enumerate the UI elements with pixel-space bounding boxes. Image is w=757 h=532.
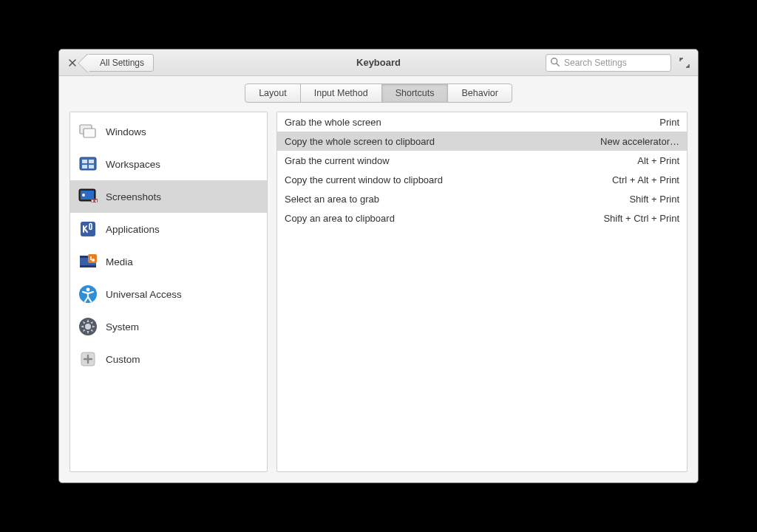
category-sidebar: WindowsWorkspacesScreenshotsApplications… bbox=[69, 112, 268, 472]
tab-label: Shortcuts bbox=[396, 88, 435, 98]
shortcut-accelerator: Print bbox=[659, 117, 679, 128]
shortcut-row[interactable]: Select an area to grabShift + Print bbox=[277, 189, 687, 208]
svg-rect-17 bbox=[88, 254, 97, 263]
sidebar-item-label: System bbox=[106, 321, 139, 332]
sidebar-item-universal-access[interactable]: Universal Access bbox=[70, 278, 267, 310]
shortcut-row[interactable]: Grab the current windowAlt + Print bbox=[277, 151, 687, 170]
svg-point-20 bbox=[86, 288, 90, 292]
svg-rect-7 bbox=[82, 165, 87, 168]
shortcut-label: Copy the whole screen to clipboard bbox=[285, 136, 600, 147]
system-icon bbox=[78, 316, 98, 337]
back-label: All Settings bbox=[100, 58, 144, 68]
shortcut-label: Grab the whole screen bbox=[285, 117, 659, 128]
svg-rect-3 bbox=[84, 129, 95, 137]
screenshots-icon bbox=[78, 186, 98, 207]
shortcut-accelerator: New accelerator… bbox=[600, 136, 679, 147]
media-icon bbox=[78, 251, 98, 272]
shortcut-label: Copy an area to clipboard bbox=[285, 213, 603, 224]
tab-label: Behavior bbox=[461, 88, 498, 98]
shortcut-label: Select an area to grab bbox=[285, 194, 629, 205]
search-input[interactable] bbox=[546, 54, 671, 72]
maximize-icon bbox=[679, 58, 690, 68]
sidebar-item-label: Applications bbox=[106, 224, 160, 235]
sidebar-item-label: Custom bbox=[106, 354, 140, 365]
search-icon bbox=[550, 57, 560, 69]
custom-icon bbox=[78, 349, 98, 369]
shortcut-row[interactable]: Grab the whole screenPrint bbox=[277, 112, 687, 132]
settings-window: All Settings Keyboard LayoutInput Method… bbox=[58, 49, 699, 483]
shortcut-accelerator: Shift + Ctrl + Print bbox=[603, 213, 679, 224]
windows-icon bbox=[78, 121, 98, 142]
shortcut-row[interactable]: Copy the current window to clipboardCtrl… bbox=[277, 170, 687, 189]
sidebar-item-label: Universal Access bbox=[106, 289, 182, 300]
svg-rect-8 bbox=[89, 165, 94, 168]
tab-label: Layout bbox=[259, 88, 287, 98]
maximize-button[interactable] bbox=[676, 54, 693, 72]
tabstrip: LayoutInput MethodShortcutsBehavior bbox=[59, 76, 698, 112]
svg-rect-16 bbox=[80, 265, 96, 267]
sidebar-item-media[interactable]: Media bbox=[70, 245, 267, 278]
sidebar-item-system[interactable]: System bbox=[70, 310, 267, 343]
shortcut-accelerator: Alt + Print bbox=[637, 155, 679, 166]
shortcut-row[interactable]: Copy an area to clipboardShift + Ctrl + … bbox=[277, 208, 687, 228]
sidebar-item-windows[interactable]: Windows bbox=[70, 115, 267, 148]
sidebar-item-label: Windows bbox=[106, 126, 146, 137]
shortcut-label: Copy the current window to clipboard bbox=[285, 174, 612, 185]
shortcut-row[interactable]: Copy the whole screen to clipboardNew ac… bbox=[277, 132, 687, 151]
applications-icon bbox=[78, 219, 98, 239]
shortcut-label: Grab the current window bbox=[285, 155, 637, 166]
close-icon bbox=[68, 58, 77, 67]
tab-shortcuts[interactable]: Shortcuts bbox=[381, 83, 449, 103]
body: WindowsWorkspacesScreenshotsApplications… bbox=[59, 112, 698, 482]
shortcut-list: Grab the whole screenPrintCopy the whole… bbox=[276, 112, 688, 472]
svg-rect-5 bbox=[82, 160, 87, 163]
sidebar-item-applications[interactable]: Applications bbox=[70, 213, 267, 245]
shortcut-accelerator: Ctrl + Alt + Print bbox=[612, 174, 679, 185]
sidebar-item-workspaces[interactable]: Workspaces bbox=[70, 148, 267, 180]
svg-rect-6 bbox=[89, 160, 94, 163]
tab-layout[interactable]: Layout bbox=[245, 83, 301, 103]
search-field-wrap bbox=[546, 54, 671, 72]
tab-behavior[interactable]: Behavior bbox=[447, 83, 512, 103]
tab-input-method[interactable]: Input Method bbox=[300, 83, 382, 103]
shortcut-accelerator: Shift + Print bbox=[629, 194, 679, 205]
sidebar-item-label: Screenshots bbox=[106, 191, 161, 202]
svg-point-11 bbox=[82, 194, 85, 197]
sidebar-item-label: Media bbox=[106, 256, 133, 267]
svg-point-18 bbox=[92, 259, 95, 262]
svg-line-1 bbox=[557, 63, 559, 65]
headerbar: All Settings Keyboard bbox=[59, 50, 698, 76]
workspaces-icon bbox=[78, 154, 98, 174]
sidebar-item-screenshots[interactable]: Screenshots bbox=[70, 180, 267, 213]
universal-access-icon bbox=[78, 284, 98, 304]
sidebar-item-custom[interactable]: Custom bbox=[70, 343, 267, 375]
back-all-settings-button[interactable]: All Settings bbox=[86, 54, 154, 72]
svg-point-22 bbox=[85, 324, 91, 330]
tab-label: Input Method bbox=[314, 88, 368, 98]
sidebar-item-label: Workspaces bbox=[106, 159, 160, 170]
